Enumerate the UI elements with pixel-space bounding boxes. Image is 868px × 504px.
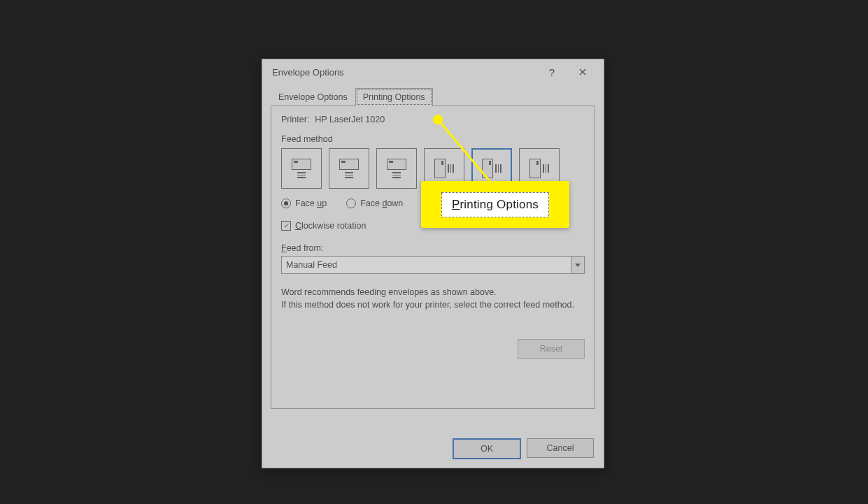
tab-label: Envelope Options	[278, 92, 348, 102]
button-label: Cancel	[547, 443, 574, 453]
ok-button[interactable]: OK	[453, 438, 521, 459]
titlebar: Envelope Options ?	[262, 59, 604, 85]
printing-options-panel: Printer: HP LaserJet 1020 Feed method	[271, 106, 595, 409]
printer-label: Printer:	[281, 115, 309, 124]
radio-label: Face down	[360, 199, 403, 208]
tab-printing-options[interactable]: Printing Options	[355, 88, 433, 106]
close-button[interactable]	[567, 62, 598, 82]
envelope-feed-icon	[339, 159, 359, 178]
checkbox-label: Clockwise rotation	[295, 221, 366, 231]
help-icon: ?	[549, 66, 555, 78]
radio-label: Face up	[295, 199, 327, 208]
envelope-feed-icon	[482, 159, 501, 178]
callout-text: Printing Options	[441, 192, 549, 217]
envelope-feed-icon	[387, 159, 406, 178]
envelope-feed-icon	[434, 159, 454, 178]
callout-anchor-dot	[433, 115, 443, 124]
recommendation-text: Word recommends feeding envelopes as sho…	[281, 287, 585, 311]
feed-from-dropdown[interactable]: Manual Feed	[281, 256, 585, 274]
dialog-title: Envelope Options	[272, 67, 536, 78]
button-label: Reset	[540, 344, 563, 354]
chevron-down-icon	[575, 264, 581, 267]
cancel-button[interactable]: Cancel	[527, 438, 594, 458]
help-button[interactable]: ?	[536, 62, 567, 82]
radio-icon	[346, 199, 356, 208]
feed-method-label: Feed method	[281, 134, 585, 144]
checkbox-icon: ✓	[281, 221, 291, 231]
button-label: OK	[481, 444, 493, 454]
envelope-feed-icon	[292, 159, 311, 178]
feed-from-label: Feed from:	[281, 243, 585, 253]
radio-face-down[interactable]: Face down	[346, 199, 403, 208]
dropdown-value: Manual Feed	[282, 257, 571, 273]
feed-option-1[interactable]	[281, 148, 322, 189]
dialog-footer: OK Cancel	[453, 438, 594, 459]
tab-envelope-options[interactable]: Envelope Options	[271, 88, 355, 106]
radio-icon	[281, 199, 291, 208]
tab-label: Printing Options	[363, 92, 425, 102]
feed-option-2[interactable]	[329, 148, 369, 189]
close-icon	[579, 69, 586, 75]
radio-face-up[interactable]: Face up	[281, 199, 327, 208]
dropdown-button[interactable]	[571, 257, 584, 273]
callout-highlight: Printing Options	[421, 181, 569, 228]
printer-name: HP LaserJet 1020	[315, 115, 385, 124]
tab-strip: Envelope Options Printing Options	[262, 87, 604, 106]
feed-option-3[interactable]	[376, 148, 417, 189]
reset-button[interactable]: Reset	[518, 339, 585, 359]
envelope-feed-icon	[529, 159, 549, 178]
